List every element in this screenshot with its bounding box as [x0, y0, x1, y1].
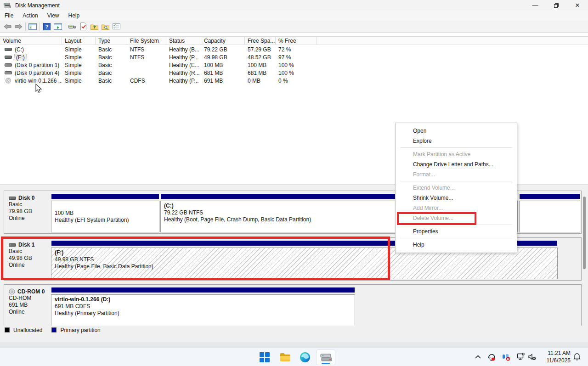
- menu-item-change-drive-letter[interactable]: Change Drive Letter and Paths...: [396, 159, 517, 169]
- cdrom0-row: CD-ROM 0 CD-ROM 691 MB Online virtio-win…: [4, 284, 582, 327]
- minimize-button[interactable]: —: [525, 0, 546, 11]
- menu-separator: [400, 147, 512, 148]
- legend-unallocated: Unallocated: [13, 327, 42, 333]
- menu-bar: File Action View Help: [0, 11, 588, 21]
- forward-icon[interactable]: [13, 22, 24, 32]
- restore-icon: [554, 3, 559, 8]
- menu-item-delete-volume: Delete Volume...: [396, 213, 517, 223]
- file-explorer-icon: [280, 353, 291, 362]
- primary-partition-swatch: [51, 327, 57, 332]
- table-row-f[interactable]: (F:) Simple Basic NTFS Healthy (P... 49.…: [0, 53, 588, 61]
- menu-item-properties[interactable]: Properties: [396, 226, 517, 236]
- show-console-tree-icon[interactable]: [27, 22, 38, 32]
- menu-help[interactable]: Help: [64, 11, 85, 20]
- windows-logo-icon: [260, 352, 270, 362]
- column-header-pctfree[interactable]: % Free: [276, 37, 317, 45]
- column-header-type[interactable]: Type: [96, 37, 127, 45]
- file-explorer-button[interactable]: [279, 351, 291, 363]
- menu-view[interactable]: View: [43, 11, 64, 20]
- drive-icon: [5, 55, 12, 59]
- disk-management-icon: [320, 352, 332, 363]
- restore-button[interactable]: [546, 0, 567, 11]
- cdrom0-label-panel[interactable]: CD-ROM 0 CD-ROM 691 MB Online: [4, 285, 48, 327]
- menu-separator: [400, 181, 512, 181]
- help-icon[interactable]: ?: [41, 22, 52, 32]
- active-app-underline: [322, 363, 330, 364]
- drive-icon: [5, 71, 12, 75]
- menu-item-help[interactable]: Help: [396, 240, 517, 250]
- partition-color-bar: [51, 287, 355, 293]
- drive-icon: [9, 243, 16, 247]
- toolbar: ?: [0, 21, 588, 33]
- drive-icon: [5, 47, 12, 51]
- table-row-virtio[interactable]: virtio-win-0.1.266 ... Simple Basic CDFS…: [0, 77, 588, 84]
- menu-item-extend-volume: Extend Volume...: [396, 183, 517, 193]
- menu-action[interactable]: Action: [18, 11, 42, 20]
- title-bar: Disk Management — ✕: [0, 0, 588, 11]
- show-action-pane-icon[interactable]: [52, 22, 63, 32]
- disk0-partition-efi[interactable]: 100 MB Healthy (EFI System Partition): [51, 193, 159, 232]
- folder-search-icon[interactable]: [100, 22, 111, 32]
- menu-separator: [400, 225, 512, 225]
- disk1-label-panel[interactable]: Disk 1 Basic 49.98 GB Online: [4, 238, 48, 280]
- volume-table-header: Volume Layout Type File System Status Ca…: [0, 36, 588, 45]
- disk0-partition-4[interactable]: [519, 193, 580, 232]
- task-list-icon[interactable]: [111, 22, 122, 32]
- drive-icon: [9, 196, 16, 200]
- svg-text:?: ?: [45, 24, 49, 29]
- desktop-strip: [0, 342, 588, 348]
- cd-icon: [9, 288, 15, 295]
- clock-date: 11/6/2025: [541, 357, 571, 364]
- table-row-c[interactable]: (C:) Simple Basic NTFS Healthy (B... 79.…: [0, 45, 588, 53]
- window-title: Disk Management: [15, 2, 60, 9]
- table-row-partition1[interactable]: (Disk 0 partition 1) Simple Basic Health…: [0, 61, 588, 69]
- taskbar-clock[interactable]: 11:21 AM 11/6/2025: [541, 349, 571, 365]
- tray-muted-speaker-icon[interactable]: [527, 352, 537, 361]
- vertical-scrollbar-thumb[interactable]: [583, 197, 586, 269]
- computer-view-icon[interactable]: [67, 22, 78, 32]
- tray-chevron-up-icon[interactable]: [473, 352, 482, 361]
- edge-button[interactable]: [299, 351, 311, 363]
- tray-sync-icon[interactable]: [487, 352, 496, 361]
- notification-bell-icon[interactable]: [572, 352, 582, 361]
- column-header-capacity[interactable]: Capacity: [201, 37, 245, 45]
- cdrom0-partition-d[interactable]: virtio-win-0.1.266 (D:) 691 MB CDFS Heal…: [51, 287, 355, 326]
- folder-up-icon[interactable]: [89, 22, 100, 32]
- menu-item-mark-partition-active: Mark Partition as Active: [396, 149, 517, 159]
- tray-display-icon[interactable]: [516, 352, 526, 361]
- legend-bar: Unallocated Primary partition: [0, 326, 588, 334]
- close-button[interactable]: ✕: [567, 0, 588, 11]
- drive-icon: [5, 63, 12, 67]
- disk-management-taskbar-button[interactable]: [320, 351, 332, 363]
- disk-management-icon: [4, 2, 11, 9]
- context-menu: Open Explore Mark Partition as Active Ch…: [395, 123, 517, 253]
- partition-color-bar: [51, 193, 159, 199]
- partition-color-bar: [519, 193, 580, 199]
- menu-separator: [400, 238, 512, 238]
- taskbar: 11:21 AM 11/6/2025: [0, 348, 588, 366]
- menu-item-explore[interactable]: Explore: [396, 136, 517, 146]
- menu-item-format: Format...: [396, 169, 517, 180]
- back-icon[interactable]: [2, 22, 13, 32]
- unallocated-swatch: [5, 327, 10, 332]
- column-header-layout[interactable]: Layout: [62, 37, 96, 45]
- column-header-freespace[interactable]: Free Spa...: [245, 37, 276, 45]
- legend-primary-partition: Primary partition: [60, 327, 100, 333]
- disk0-label-panel[interactable]: Disk 0 Basic 79.98 GB Online: [4, 191, 48, 233]
- column-header-filesystem[interactable]: File System: [127, 37, 166, 45]
- volume-name: (C:): [15, 46, 24, 53]
- tray-device-icon[interactable]: [502, 352, 511, 361]
- menu-item-open[interactable]: Open: [396, 126, 517, 136]
- menu-item-shrink-volume[interactable]: Shrink Volume...: [396, 193, 517, 203]
- menu-item-add-mirror: Add Mirror...: [396, 203, 517, 213]
- menu-file[interactable]: File: [0, 11, 18, 20]
- column-header-status[interactable]: Status: [166, 37, 201, 45]
- column-header-volume[interactable]: Volume: [0, 37, 62, 45]
- focused-volume-name: (F:): [15, 54, 26, 61]
- cd-icon: [5, 78, 12, 84]
- edge-icon: [300, 352, 311, 363]
- start-button[interactable]: [259, 351, 271, 363]
- table-row-partition4[interactable]: (Disk 0 partition 4) Simple Basic Health…: [0, 69, 588, 77]
- check-document-icon[interactable]: [78, 22, 89, 32]
- clock-time: 11:21 AM: [541, 349, 571, 357]
